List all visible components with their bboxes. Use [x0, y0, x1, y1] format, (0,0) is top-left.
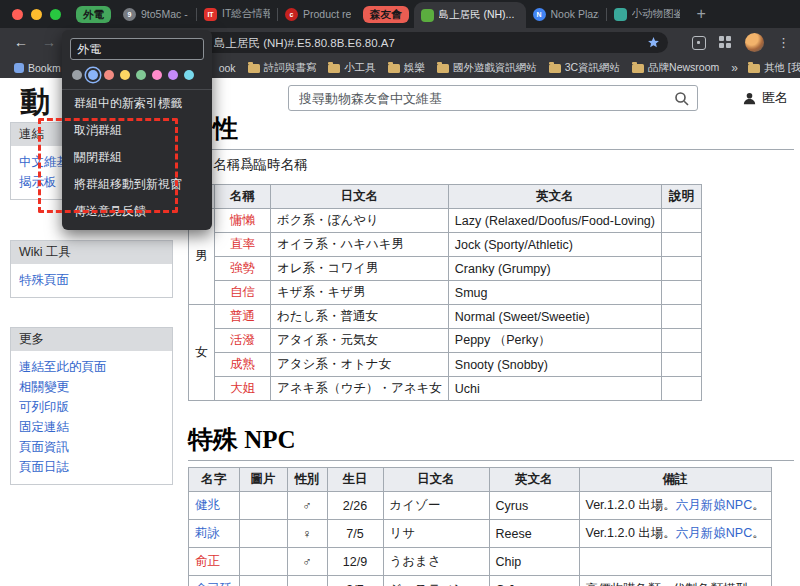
col-header-note: 說明: [661, 185, 701, 209]
note-cell: [661, 353, 701, 377]
menu-item-new-tab-in-group[interactable]: 群組中的新索引標籤: [62, 90, 212, 117]
personality-link[interactable]: 成熟: [230, 357, 255, 371]
sidebar-item-permalink[interactable]: 固定連結: [19, 419, 164, 436]
en-cell: Cyrus: [489, 492, 579, 520]
tab-nook-plaza[interactable]: N Nook Plaza ...: [526, 0, 606, 28]
group-name-input[interactable]: [70, 38, 204, 60]
personality-link[interactable]: 強勢: [230, 261, 255, 275]
tab-animal-guide[interactable]: 小动物图鉴 - ...: [607, 0, 687, 28]
bookmark-star-icon[interactable]: [647, 36, 660, 49]
bookmark-label: 其他 [我的最愛]: [764, 61, 800, 75]
bookmark-favicon-icon: [14, 63, 24, 73]
bookmark-folder-entertainment[interactable]: 娛樂: [388, 61, 425, 75]
bookmark-folder-foreign-game-news[interactable]: 國外遊戲資訊網站: [437, 61, 537, 75]
color-dot-cyan[interactable]: [184, 70, 194, 80]
table-row: 莉詠 ♀ 7/5 リサ Reese Ver.1.2.0 出場。六月新娘NPC。: [189, 520, 772, 548]
note-cell: [661, 377, 701, 401]
tab-itmedia[interactable]: IT IT総合情報ポ...: [197, 0, 277, 28]
npc-link[interactable]: 俞司廷: [195, 582, 233, 586]
npc-link[interactable]: 健兆: [195, 498, 220, 512]
npc-link[interactable]: 莉詠: [195, 526, 220, 540]
close-window-button[interactable]: [12, 9, 23, 20]
col-header-gender: 性別: [287, 468, 327, 492]
bookmark-item-cut[interactable]: ook: [219, 62, 236, 74]
tab-group-chip-left[interactable]: 外電: [76, 6, 111, 23]
folder-icon: [248, 64, 260, 73]
jp-cell: アネキ系（ウチ）・アネキ女: [271, 377, 449, 401]
jp-cell: うおまさ: [383, 548, 489, 576]
forward-icon[interactable]: →: [42, 35, 56, 49]
site-logo[interactable]: 動: [20, 82, 50, 123]
zoom-window-button[interactable]: [50, 9, 61, 20]
sidebar-item-related-changes[interactable]: 相關變更: [19, 379, 164, 396]
birthday-cell: 2/26: [327, 492, 383, 520]
personality-link[interactable]: 普通: [230, 309, 255, 323]
tab-9to5mac[interactable]: 9 9to5Mac - Ap...: [116, 0, 196, 28]
bookmark-folder-3c-news[interactable]: 3C資訊網站: [549, 61, 620, 75]
sidebar-item-page-info[interactable]: 頁面資訊: [19, 439, 164, 456]
note-link[interactable]: 六月新娘NPC: [676, 526, 752, 540]
color-dot-red[interactable]: [104, 70, 114, 80]
jp-cell: わたし系・普通女: [271, 305, 449, 329]
note-cell: Ver.1.2.0 出場。六月新娘NPC。: [579, 492, 771, 520]
personality-link[interactable]: 慵懶: [230, 213, 255, 227]
bookmark-folder-tools[interactable]: 小工具: [328, 61, 376, 75]
tab-title: IT総合情報ポ...: [222, 7, 270, 21]
bookmarks-overflow-icon[interactable]: »: [731, 61, 738, 75]
gender-cell: ♂: [287, 492, 327, 520]
npc-link[interactable]: 俞正: [195, 554, 220, 568]
folder-icon: [632, 64, 644, 73]
tab-product-reviews[interactable]: c Product revie...: [278, 0, 358, 28]
color-dot-purple[interactable]: [168, 70, 178, 80]
minimize-window-button[interactable]: [31, 9, 42, 20]
search-input[interactable]: [289, 86, 697, 110]
color-dot-blue[interactable]: [88, 70, 98, 80]
personality-link[interactable]: 直率: [230, 237, 255, 251]
col-header-image: 圖片: [239, 468, 287, 492]
search-icon[interactable]: [674, 91, 690, 107]
jp-cell: ジャスティン: [383, 576, 489, 586]
table-row: 強勢 オレ系・コワイ男 Cranky (Grumpy): [189, 257, 702, 281]
color-dot-yellow[interactable]: [120, 70, 130, 80]
sidebar-item-page-logs[interactable]: 頁面日誌: [19, 459, 164, 476]
sidebar-item-what-links-here[interactable]: 連結至此的頁面: [19, 359, 164, 376]
personality-link[interactable]: 自信: [230, 285, 255, 299]
color-dot-pink[interactable]: [152, 70, 162, 80]
sidebar-section-wiki-tools: Wiki 工具 特殊頁面: [10, 240, 173, 298]
npc-table: 名字 圖片 性別 生日 日文名 英文名 備註 健兆 ♂ 2/26 カイゾー Cy…: [188, 467, 772, 586]
new-tab-button[interactable]: +: [697, 6, 706, 22]
profile-avatar[interactable]: [745, 33, 764, 52]
user-menu[interactable]: 匿名: [742, 89, 788, 107]
jp-cell: リサ: [383, 520, 489, 548]
color-dot-green[interactable]: [136, 70, 146, 80]
tab-group-chip-right[interactable]: 森友會: [363, 6, 409, 23]
tab-title: Nook Plaza ...: [551, 8, 599, 20]
image-cell: [239, 548, 287, 576]
name-cell: 莉詠: [189, 520, 240, 548]
personality-link[interactable]: 大姐: [230, 381, 255, 395]
sidebar-item-special-pages[interactable]: 特殊頁面: [19, 272, 164, 289]
table-row: 俞司廷 ♂ 3/7 ジャスティン C.J. 高價收購魚類、代製魚類模型。: [189, 576, 772, 586]
jp-cell: キザ系・キザ男: [271, 281, 449, 305]
cnet-favicon-icon: c: [285, 8, 298, 21]
bookmark-folder-other-favorites[interactable]: 其他 [我的最愛]: [748, 61, 800, 75]
back-icon[interactable]: ←: [14, 35, 28, 49]
bookmark-item[interactable]: Bookm: [14, 62, 61, 74]
en-cell: Lazy (Relaxed/Doofus/Food-Loving): [448, 209, 661, 233]
table-row: 大姐 アネキ系（ウチ）・アネキ女 Uchi: [189, 377, 702, 401]
note-link[interactable]: 六月新娘NPC: [676, 498, 752, 512]
sidebar-item-printable[interactable]: 可列印版: [19, 399, 164, 416]
personality-link[interactable]: 活潑: [230, 333, 255, 347]
extension-icon[interactable]: [692, 36, 706, 50]
table-row: 男 慵懶 ボク系・ぼんやり Lazy (Relaxed/Doofus/Food-…: [189, 209, 702, 233]
bookmark-label: 品牌Newsroom: [648, 61, 719, 75]
color-dot-grey[interactable]: [72, 70, 82, 80]
browser-menu-icon[interactable]: ⋮: [777, 36, 790, 49]
username-label: 匿名: [762, 89, 788, 107]
apps-grid-icon[interactable]: [719, 36, 732, 49]
col-header-name: 名字: [189, 468, 240, 492]
bookmark-folder-poetry[interactable]: 詩詞與書寫: [248, 61, 317, 75]
bookmark-folder-newsroom[interactable]: 品牌Newsroom: [632, 61, 719, 75]
tab-island-residents-active[interactable]: 島上居民 (NH)...: [414, 2, 526, 28]
birthday-cell: 3/7: [327, 576, 383, 586]
